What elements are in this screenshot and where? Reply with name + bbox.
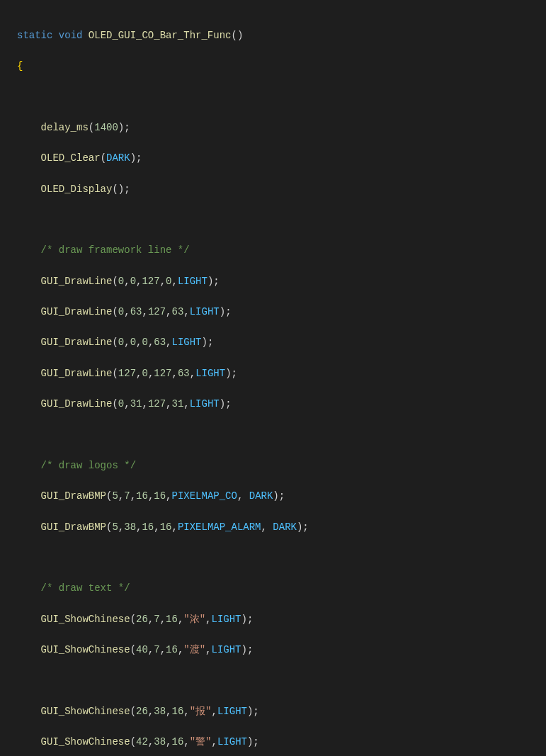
- code-line: GUI_DrawLine(0,31,127,31,LIGHT);: [17, 397, 546, 412]
- code-line: /* draw logos */: [17, 458, 546, 474]
- const-light: LIGHT: [195, 368, 225, 379]
- punct: ,: [118, 490, 124, 502]
- punct: (: [89, 122, 94, 133]
- punct: ,: [172, 368, 178, 379]
- const-light: LIGHT: [212, 644, 241, 655]
- number: 16: [136, 490, 148, 502]
- code-line: GUI_DrawLine(0,0,127,0,LIGHT);: [17, 274, 546, 290]
- code-line: delay_ms(1400);: [17, 120, 546, 136]
- code-line: GUI_ShowChinese(40,7,16,"渡",LIGHT);: [17, 643, 546, 658]
- number: 16: [154, 490, 166, 502]
- punct: ();: [112, 184, 130, 195]
- number: 63: [130, 306, 142, 317]
- number: 16: [166, 644, 178, 655]
- punct: ,: [148, 644, 154, 655]
- punct: ,: [154, 521, 159, 533]
- punct: ,: [166, 398, 171, 410]
- number: 26: [136, 706, 148, 717]
- punct: );: [220, 398, 232, 410]
- code-line: GUI_DrawBMP(5,7,16,16,PIXELMAP_CO, DARK)…: [17, 489, 546, 504]
- punct: ,: [183, 398, 189, 410]
- number: 0: [166, 276, 171, 287]
- number: 38: [124, 521, 136, 533]
- fn-drawbmp: GUI_DrawBMP: [41, 521, 106, 533]
- punct: (: [112, 398, 118, 410]
- number: 0: [118, 306, 124, 317]
- number: 7: [154, 614, 159, 625]
- const-pixco: PIXELMAP_CO: [172, 490, 237, 502]
- number: 26: [136, 614, 148, 625]
- code-line: [17, 674, 546, 689]
- code-line: OLED_Clear(DARK);: [17, 151, 546, 167]
- fn-showch: GUI_ShowChinese: [41, 644, 130, 655]
- comment: /* draw framework line */: [41, 244, 190, 256]
- fn-showch: GUI_ShowChinese: [41, 706, 130, 717]
- code-line: GUI_DrawLine(127,0,127,63,LIGHT);: [17, 366, 546, 382]
- punct: );: [220, 306, 232, 317]
- keyword-static: static: [17, 30, 52, 41]
- number: 63: [154, 337, 166, 348]
- punct: ,: [118, 521, 124, 533]
- punct: (: [130, 706, 136, 717]
- code-line: {: [17, 59, 546, 74]
- punct: ,: [166, 337, 171, 348]
- punct: ,: [160, 614, 166, 625]
- number: 16: [142, 521, 154, 533]
- punct: ,: [172, 521, 178, 533]
- const-light: LIGHT: [190, 398, 220, 410]
- code-line: /* draw text */: [17, 581, 546, 597]
- number: 5: [112, 521, 118, 533]
- code-line: [17, 89, 546, 105]
- punct: ,: [172, 276, 178, 287]
- code-line: [17, 551, 546, 566]
- number: 16: [166, 614, 178, 625]
- punct: );: [118, 122, 130, 133]
- punct: (: [130, 736, 136, 747]
- const-dark: DARK: [249, 490, 273, 502]
- number: 0: [118, 398, 124, 410]
- comment: /* draw text */: [41, 582, 130, 594]
- code-editor[interactable]: static void OLED_GUI_CO_Bar_Thr_Func() {…: [0, 0, 546, 756]
- fn-drawline: GUI_DrawLine: [41, 337, 113, 348]
- number: 42: [136, 736, 148, 747]
- number: 127: [148, 398, 166, 410]
- const-light: LIGHT: [178, 276, 207, 287]
- fn-delay: delay_ms: [41, 122, 89, 133]
- punct: (: [130, 644, 136, 655]
- number: 127: [148, 306, 166, 317]
- fn-drawline: GUI_DrawLine: [41, 368, 113, 379]
- punct: );: [130, 152, 142, 164]
- punct: );: [273, 490, 285, 502]
- punct: );: [202, 337, 214, 348]
- punct: (: [112, 368, 118, 379]
- number: 127: [154, 368, 171, 379]
- punct: ,: [124, 276, 130, 287]
- fn-showch: GUI_ShowChinese: [41, 614, 130, 625]
- punct: (): [231, 30, 243, 41]
- keyword-void: void: [59, 30, 83, 41]
- punct: (: [112, 276, 118, 287]
- punct: ,: [237, 490, 249, 502]
- fn-drawline: GUI_DrawLine: [41, 276, 113, 287]
- number: 0: [130, 276, 136, 287]
- const-light: LIGHT: [217, 736, 247, 747]
- number: 31: [172, 398, 184, 410]
- number: 0: [118, 337, 124, 348]
- punct: ,: [124, 306, 130, 317]
- number: 7: [154, 644, 159, 655]
- number: 0: [142, 368, 147, 379]
- punct: ,: [166, 306, 171, 317]
- code-line: /* draw framework line */: [17, 243, 546, 259]
- punct: ,: [205, 644, 211, 655]
- fn-clear: OLED_Clear: [41, 152, 101, 164]
- const-light: LIGHT: [190, 306, 220, 317]
- code-line: GUI_ShowChinese(26,38,16,"报",LIGHT);: [17, 704, 546, 720]
- punct: );: [247, 706, 259, 717]
- punct: );: [297, 521, 309, 533]
- number: 63: [178, 368, 190, 379]
- punct: ,: [130, 490, 136, 502]
- punct: ,: [205, 614, 211, 625]
- code-line: [17, 428, 546, 444]
- code-line: GUI_DrawBMP(5,38,16,16,PIXELMAP_ALARM, D…: [17, 520, 546, 536]
- number: 16: [171, 736, 183, 747]
